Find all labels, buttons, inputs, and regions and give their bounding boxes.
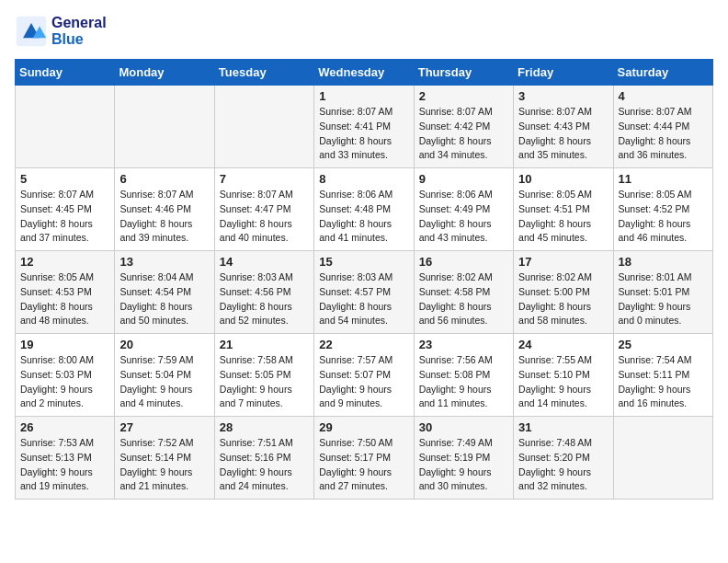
calendar-week-2: 5Sunrise: 8:07 AMSunset: 4:45 PMDaylight… — [16, 168, 713, 251]
day-info: Sunrise: 8:07 AMSunset: 4:41 PMDaylight:… — [319, 105, 408, 163]
day-number: 10 — [518, 172, 608, 186]
day-number: 6 — [119, 172, 209, 186]
day-number: 21 — [220, 338, 309, 351]
day-info: Sunrise: 7:50 AMSunset: 5:17 PMDaylight:… — [319, 436, 408, 494]
day-number: 11 — [619, 172, 708, 186]
day-info: Sunrise: 8:02 AMSunset: 4:58 PMDaylight:… — [419, 270, 508, 328]
day-number: 5 — [20, 172, 109, 186]
calendar-day-14: 14Sunrise: 8:03 AMSunset: 4:56 PMDayligh… — [214, 251, 313, 334]
calendar-day-2: 2Sunrise: 8:07 AMSunset: 4:42 PMDaylight… — [414, 86, 513, 168]
day-info: Sunrise: 8:03 AMSunset: 4:57 PMDaylight:… — [319, 270, 408, 328]
calendar-day-23: 23Sunrise: 7:56 AMSunset: 5:08 PMDayligh… — [414, 334, 513, 417]
calendar-day-25: 25Sunrise: 7:54 AMSunset: 5:11 PMDayligh… — [613, 334, 712, 417]
day-number: 19 — [20, 338, 109, 351]
day-info: Sunrise: 8:07 AMSunset: 4:42 PMDaylight:… — [419, 105, 508, 163]
calendar-day-11: 11Sunrise: 8:05 AMSunset: 4:52 PMDayligh… — [613, 168, 712, 251]
day-number: 2 — [419, 89, 508, 103]
day-number: 3 — [518, 89, 608, 103]
logo-icon — [15, 15, 48, 48]
weekday-header-saturday: Saturday — [613, 60, 712, 86]
weekday-header-friday: Friday — [514, 60, 613, 86]
calendar-day-5: 5Sunrise: 8:07 AMSunset: 4:45 PMDaylight… — [16, 168, 115, 251]
day-info: Sunrise: 8:06 AMSunset: 4:49 PMDaylight:… — [419, 188, 508, 246]
calendar-day-19: 19Sunrise: 8:00 AMSunset: 5:03 PMDayligh… — [16, 334, 115, 417]
day-number: 8 — [319, 172, 408, 186]
calendar-day-empty — [613, 417, 712, 500]
calendar-table: SundayMondayTuesdayWednesdayThursdayFrid… — [15, 59, 713, 500]
day-number: 7 — [220, 172, 309, 186]
logo-text: General Blue — [51, 15, 107, 48]
day-number: 14 — [220, 255, 309, 269]
day-info: Sunrise: 8:07 AMSunset: 4:45 PMDaylight:… — [20, 188, 109, 246]
day-number: 28 — [220, 420, 309, 434]
day-number: 24 — [518, 338, 608, 351]
weekday-header-thursday: Thursday — [414, 60, 513, 86]
calendar-week-5: 26Sunrise: 7:53 AMSunset: 5:13 PMDayligh… — [16, 417, 713, 500]
calendar-week-1: 1Sunrise: 8:07 AMSunset: 4:41 PMDaylight… — [16, 86, 713, 168]
calendar-body: 1Sunrise: 8:07 AMSunset: 4:41 PMDaylight… — [16, 86, 713, 500]
day-number: 27 — [119, 420, 209, 434]
day-info: Sunrise: 8:06 AMSunset: 4:48 PMDaylight:… — [319, 188, 408, 246]
calendar-day-6: 6Sunrise: 8:07 AMSunset: 4:46 PMDaylight… — [115, 168, 214, 251]
calendar-day-3: 3Sunrise: 8:07 AMSunset: 4:43 PMDaylight… — [514, 86, 613, 168]
day-number: 1 — [319, 89, 408, 103]
day-info: Sunrise: 8:04 AMSunset: 4:54 PMDaylight:… — [119, 270, 209, 328]
calendar-day-13: 13Sunrise: 8:04 AMSunset: 4:54 PMDayligh… — [115, 251, 214, 334]
day-info: Sunrise: 7:56 AMSunset: 5:08 PMDaylight:… — [419, 353, 508, 411]
page-header: General Blue — [15, 15, 713, 48]
day-info: Sunrise: 8:00 AMSunset: 5:03 PMDaylight:… — [20, 353, 109, 411]
weekday-header-wednesday: Wednesday — [314, 60, 414, 86]
day-info: Sunrise: 8:07 AMSunset: 4:47 PMDaylight:… — [220, 188, 309, 246]
day-info: Sunrise: 8:05 AMSunset: 4:52 PMDaylight:… — [619, 188, 708, 246]
day-info: Sunrise: 8:07 AMSunset: 4:43 PMDaylight:… — [518, 105, 608, 163]
day-info: Sunrise: 8:01 AMSunset: 5:01 PMDaylight:… — [619, 270, 708, 328]
calendar-day-8: 8Sunrise: 8:06 AMSunset: 4:48 PMDaylight… — [314, 168, 414, 251]
calendar-week-3: 12Sunrise: 8:05 AMSunset: 4:53 PMDayligh… — [16, 251, 713, 334]
day-number: 22 — [319, 338, 408, 351]
calendar-day-empty — [214, 86, 313, 168]
day-number: 9 — [419, 172, 508, 186]
day-number: 12 — [20, 255, 109, 269]
day-info: Sunrise: 8:07 AMSunset: 4:44 PMDaylight:… — [619, 105, 708, 163]
calendar-day-empty — [16, 86, 115, 168]
calendar-day-30: 30Sunrise: 7:49 AMSunset: 5:19 PMDayligh… — [414, 417, 513, 500]
day-number: 17 — [518, 255, 608, 269]
calendar-day-20: 20Sunrise: 7:59 AMSunset: 5:04 PMDayligh… — [115, 334, 214, 417]
calendar-day-26: 26Sunrise: 7:53 AMSunset: 5:13 PMDayligh… — [16, 417, 115, 500]
weekday-header-monday: Monday — [115, 60, 214, 86]
day-number: 23 — [419, 338, 508, 351]
weekday-header-sunday: Sunday — [16, 60, 115, 86]
calendar-day-31: 31Sunrise: 7:48 AMSunset: 5:20 PMDayligh… — [514, 417, 613, 500]
day-info: Sunrise: 8:03 AMSunset: 4:56 PMDaylight:… — [220, 270, 309, 328]
calendar-header: SundayMondayTuesdayWednesdayThursdayFrid… — [16, 60, 713, 86]
day-info: Sunrise: 7:51 AMSunset: 5:16 PMDaylight:… — [220, 436, 309, 494]
day-info: Sunrise: 7:53 AMSunset: 5:13 PMDaylight:… — [20, 436, 109, 494]
logo: General Blue — [15, 15, 107, 48]
day-info: Sunrise: 7:57 AMSunset: 5:07 PMDaylight:… — [319, 353, 408, 411]
calendar-day-18: 18Sunrise: 8:01 AMSunset: 5:01 PMDayligh… — [613, 251, 712, 334]
day-info: Sunrise: 8:02 AMSunset: 5:00 PMDaylight:… — [518, 270, 608, 328]
calendar-week-4: 19Sunrise: 8:00 AMSunset: 5:03 PMDayligh… — [16, 334, 713, 417]
weekday-header-row: SundayMondayTuesdayWednesdayThursdayFrid… — [16, 60, 713, 86]
calendar-day-1: 1Sunrise: 8:07 AMSunset: 4:41 PMDaylight… — [314, 86, 414, 168]
calendar-day-4: 4Sunrise: 8:07 AMSunset: 4:44 PMDaylight… — [613, 86, 712, 168]
calendar-day-27: 27Sunrise: 7:52 AMSunset: 5:14 PMDayligh… — [115, 417, 214, 500]
day-number: 29 — [319, 420, 408, 434]
day-number: 13 — [119, 255, 209, 269]
day-number: 16 — [419, 255, 508, 269]
calendar-day-22: 22Sunrise: 7:57 AMSunset: 5:07 PMDayligh… — [314, 334, 414, 417]
day-info: Sunrise: 7:49 AMSunset: 5:19 PMDaylight:… — [419, 436, 508, 494]
calendar-day-12: 12Sunrise: 8:05 AMSunset: 4:53 PMDayligh… — [16, 251, 115, 334]
day-info: Sunrise: 8:05 AMSunset: 4:51 PMDaylight:… — [518, 188, 608, 246]
calendar-day-9: 9Sunrise: 8:06 AMSunset: 4:49 PMDaylight… — [414, 168, 513, 251]
calendar-day-29: 29Sunrise: 7:50 AMSunset: 5:17 PMDayligh… — [314, 417, 414, 500]
day-info: Sunrise: 7:54 AMSunset: 5:11 PMDaylight:… — [619, 353, 708, 411]
day-info: Sunrise: 7:59 AMSunset: 5:04 PMDaylight:… — [119, 353, 209, 411]
day-info: Sunrise: 8:05 AMSunset: 4:53 PMDaylight:… — [20, 270, 109, 328]
calendar-day-16: 16Sunrise: 8:02 AMSunset: 4:58 PMDayligh… — [414, 251, 513, 334]
calendar-day-15: 15Sunrise: 8:03 AMSunset: 4:57 PMDayligh… — [314, 251, 414, 334]
day-info: Sunrise: 7:52 AMSunset: 5:14 PMDaylight:… — [119, 436, 209, 494]
day-number: 18 — [619, 255, 708, 269]
calendar-day-24: 24Sunrise: 7:55 AMSunset: 5:10 PMDayligh… — [514, 334, 613, 417]
day-info: Sunrise: 7:48 AMSunset: 5:20 PMDaylight:… — [518, 436, 608, 494]
